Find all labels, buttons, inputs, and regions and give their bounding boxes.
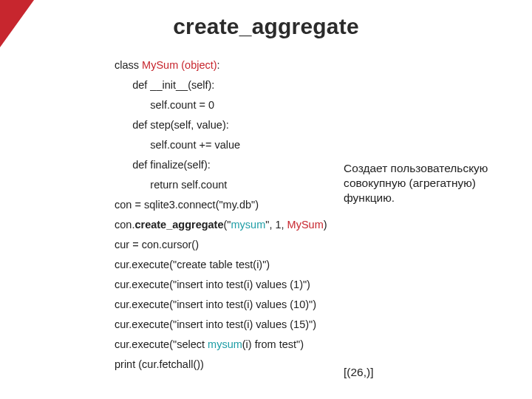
code-line: con = sqlite3.connect("my.db") <box>115 195 327 215</box>
code-line: self.count += value <box>115 135 327 155</box>
output-result: [(26,)] <box>344 366 373 379</box>
code-line: def finalize(self): <box>115 155 327 175</box>
code-line: return self.count <box>115 175 327 195</box>
code-line: def __init__(self): <box>115 75 327 95</box>
code-block: class MySum (object): def __init__(self)… <box>115 55 327 375</box>
code-line: con.create_aggregate("mysum", 1, MySum) <box>115 215 327 235</box>
code-line: cur.execute("insert into test(i) values … <box>115 295 327 315</box>
code-line: self.count = 0 <box>115 95 327 115</box>
code-line: cur = con.cursor() <box>115 235 327 255</box>
code-line: class MySum (object): <box>115 55 327 75</box>
description-text: Создает пользовательскую совокупную (агр… <box>344 161 499 205</box>
code-line: cur.execute("insert into test(i) values … <box>115 275 327 295</box>
slide-title: create_aggregate <box>0 14 532 39</box>
code-line: print (cur.fetchall()) <box>115 355 327 375</box>
code-line: cur.execute("create table test(i)") <box>115 255 327 275</box>
code-line: cur.execute("select mysum(i) from test") <box>115 335 327 355</box>
code-line: cur.execute("insert into test(i) values … <box>115 315 327 335</box>
code-line: def step(self, value): <box>115 115 327 135</box>
